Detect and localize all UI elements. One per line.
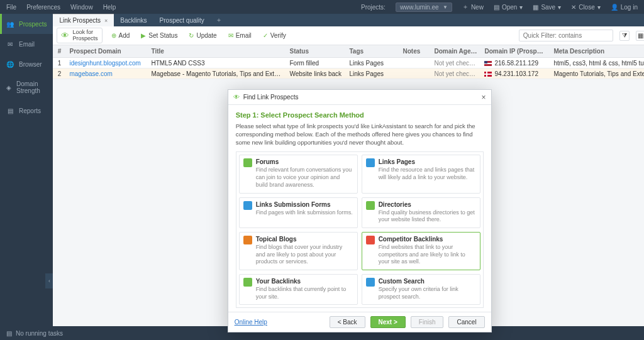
prospect-method-option[interactable]: Custom SearchSpecify your own criteria f… [362,274,480,305]
sidebar: 👥 Prospects ✉ Email 🌐 Browser ◈ Domain S… [0,14,53,326]
step-description: Please select what type of link prospect… [236,123,484,146]
method-icon [366,278,375,287]
sidebar-item-label: Prospects [19,21,47,28]
chevron-down-icon: ▼ [443,4,448,10]
running-tasks-label: No running tasks [16,330,63,337]
option-desc: Find the resource and links pages that w… [379,167,476,181]
top-menubar: File Preferences Window Help Projects: w… [0,0,644,14]
option-title: Links Pages [379,158,476,165]
prospect-method-option[interactable]: ForumsFind relevant forum conversations … [239,155,358,193]
option-title: Links Submission Forms [256,201,353,208]
sidebar-item-label: Domain Strength [16,80,47,94]
user-icon: 👤 [611,4,618,11]
option-desc: Find websites that link to your competit… [379,244,476,266]
shield-icon: ◈ [6,84,11,91]
mail-icon: ✉ [6,40,14,48]
method-icon [366,201,375,210]
folder-icon: ▤ [494,4,499,11]
sidebar-item-label: Reports [19,107,41,114]
option-desc: Find pages with link submission forms. [256,209,353,217]
back-button[interactable]: < Back [330,316,365,328]
modal-footer: Online Help < Back Next > Finish Cancel [228,312,491,332]
option-desc: Find backlinks that currently point to y… [256,286,353,300]
sidebar-item-reports[interactable]: ▤ Reports [0,101,53,121]
content-area: Link Prospects × Backlinks Prospect qual… [53,14,644,326]
prospect-method-option[interactable]: Topical BlogsFind blogs that cover your … [239,232,358,270]
people-icon: 👥 [6,20,14,28]
online-help-link[interactable]: Online Help [235,319,267,326]
globe-icon: 🌐 [6,60,14,68]
save-button[interactable]: ▦Save▾ [533,4,561,11]
next-button[interactable]: Next > [370,316,406,328]
project-value: www.lumin.ee [400,4,439,11]
prospect-method-option[interactable]: Your BacklinksFind backlinks that curren… [239,274,358,305]
cancel-button[interactable]: Cancel [448,316,484,328]
method-icon [243,236,252,244]
options-grid: ForumsFind relevant forum conversations … [239,155,480,305]
sidebar-item-domain-strength[interactable]: ◈ Domain Strength [0,74,53,101]
open-button[interactable]: ▤Open▾ [494,4,523,11]
option-title: Your Backlinks [256,278,353,285]
save-icon: ▦ [533,4,538,11]
method-icon [366,158,375,167]
prospect-method-option[interactable]: DirectoriesFind quality business directo… [362,197,480,228]
find-prospects-modal: 👁 Find Link Prospects × Step 1: Select P… [228,89,492,332]
option-title: Competitor Backlinks [379,236,476,243]
tasks-icon: ▤ [6,330,12,337]
modal-header: 👁 Find Link Prospects × [228,90,491,105]
menu-window[interactable]: Window [70,4,93,11]
option-title: Custom Search [379,278,476,285]
sidebar-item-prospects[interactable]: 👥 Prospects [0,14,53,34]
method-icon [243,201,252,210]
method-icon [366,236,375,244]
modal-overlay: 👁 Find Link Prospects × Step 1: Select P… [53,14,644,326]
prospect-method-option[interactable]: Links PagesFind the resource and links p… [362,155,480,193]
option-desc: Specify your own criteria for link prosp… [379,286,476,300]
binoculars-icon: 👁 [233,94,240,101]
option-title: Topical Blogs [256,236,353,243]
projects-label: Projects: [361,4,386,11]
option-desc: Find relevant forum conversations you ca… [256,167,353,189]
step-title: Step 1: Select Prospect Search Method [236,111,484,119]
login-button[interactable]: 👤Log in [611,4,638,11]
sidebar-item-email[interactable]: ✉ Email [0,34,53,54]
menu-help[interactable]: Help [103,4,116,11]
menu-preferences[interactable]: Preferences [26,4,60,11]
sidebar-item-browser[interactable]: 🌐 Browser [0,54,53,74]
method-icon [243,158,252,167]
sidebar-item-label: Email [19,41,35,48]
chevron-down-icon: ▾ [558,4,561,11]
chevron-down-icon: ▾ [597,4,601,11]
close-button[interactable]: ✕Close▾ [571,4,601,11]
prospect-method-option[interactable]: Competitor BacklinksFind websites that l… [362,232,480,270]
project-dropdown[interactable]: www.lumin.ee ▼ [396,3,452,12]
new-button[interactable]: ＋New [462,3,484,11]
chevron-down-icon: ▾ [519,4,523,11]
modal-close-button[interactable]: × [482,93,486,102]
close-icon: ✕ [571,4,576,11]
plus-icon: ＋ [462,3,469,11]
modal-title: Find Link Prospects [243,94,299,101]
collapse-sidebar-button[interactable]: ‹ [45,273,53,288]
method-icon [243,278,252,287]
option-title: Directories [379,201,476,208]
sidebar-item-label: Browser [19,61,42,68]
prospect-method-option[interactable]: Links Submission FormsFind pages with li… [239,197,358,228]
option-title: Forums [256,158,353,165]
report-icon: ▤ [6,107,14,114]
finish-button[interactable]: Finish [411,316,444,328]
menu-file[interactable]: File [6,4,16,11]
option-desc: Find blogs that cover your industry and … [256,244,353,266]
option-desc: Find quality business directories to get… [379,209,476,224]
